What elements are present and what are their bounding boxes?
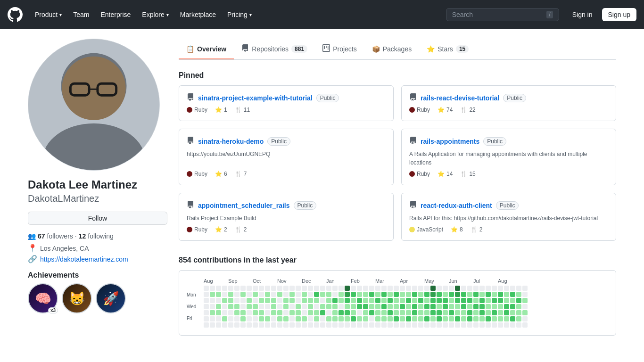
day-cell[interactable] <box>443 304 448 309</box>
day-cell[interactable] <box>332 310 338 315</box>
day-cell[interactable] <box>259 316 264 321</box>
day-cell[interactable] <box>418 310 423 315</box>
day-cell[interactable] <box>381 298 387 303</box>
day-cell[interactable] <box>498 292 503 297</box>
day-cell[interactable] <box>289 286 295 291</box>
day-cell[interactable] <box>216 316 221 321</box>
day-cell[interactable] <box>302 292 307 297</box>
day-cell[interactable] <box>271 286 276 291</box>
day-cell[interactable] <box>486 304 491 309</box>
day-cell[interactable] <box>400 292 405 297</box>
day-cell[interactable] <box>216 298 221 303</box>
day-cell[interactable] <box>222 304 227 309</box>
day-cell[interactable] <box>277 322 282 328</box>
day-cell[interactable] <box>449 298 454 303</box>
tab-repositories[interactable]: Repositories 881 <box>234 39 315 60</box>
tab-stars[interactable]: ⭐ Stars 15 <box>419 40 476 59</box>
day-cell[interactable] <box>247 304 252 309</box>
day-cell[interactable] <box>473 286 479 291</box>
day-cell[interactable] <box>320 322 325 328</box>
day-cell[interactable] <box>265 322 270 328</box>
day-cell[interactable] <box>522 298 528 303</box>
day-cell[interactable] <box>418 286 423 291</box>
day-cell[interactable] <box>247 286 252 291</box>
day-cell[interactable] <box>473 316 479 321</box>
day-cell[interactable] <box>406 316 411 321</box>
day-cell[interactable] <box>308 304 313 309</box>
nav-product[interactable]: Product ▾ <box>30 7 66 22</box>
day-cell[interactable] <box>253 292 258 297</box>
day-cell[interactable] <box>240 316 246 321</box>
day-cell[interactable] <box>320 286 325 291</box>
day-cell[interactable] <box>406 322 411 328</box>
day-cell[interactable] <box>302 304 307 309</box>
day-cell[interactable] <box>473 310 479 315</box>
repo-forks-1[interactable]: 🍴 11 <box>235 107 250 113</box>
day-cell[interactable] <box>424 316 429 321</box>
day-cell[interactable] <box>369 292 374 297</box>
day-cell[interactable] <box>228 298 233 303</box>
day-cell[interactable] <box>308 298 313 303</box>
day-cell[interactable] <box>504 310 509 315</box>
day-cell[interactable] <box>351 292 356 297</box>
day-cell[interactable] <box>302 310 307 315</box>
day-cell[interactable] <box>339 304 344 309</box>
achievement-badge-1[interactable]: 🧠 x3 <box>28 283 58 313</box>
day-cell[interactable] <box>332 292 338 297</box>
day-cell[interactable] <box>455 310 460 315</box>
day-cell[interactable] <box>222 316 227 321</box>
day-cell[interactable] <box>369 298 374 303</box>
day-cell[interactable] <box>357 316 362 321</box>
day-cell[interactable] <box>339 310 344 315</box>
day-cell[interactable] <box>302 316 307 321</box>
day-cell[interactable] <box>302 286 307 291</box>
day-cell[interactable] <box>259 298 264 303</box>
day-cell[interactable] <box>210 322 215 328</box>
day-cell[interactable] <box>345 316 350 321</box>
day-cell[interactable] <box>461 322 466 328</box>
day-cell[interactable] <box>326 292 331 297</box>
day-cell[interactable] <box>486 310 491 315</box>
day-cell[interactable] <box>504 298 509 303</box>
day-cell[interactable] <box>388 286 393 291</box>
day-cell[interactable] <box>253 304 258 309</box>
day-cell[interactable] <box>394 292 399 297</box>
day-cell[interactable] <box>228 316 233 321</box>
day-cell[interactable] <box>259 304 264 309</box>
day-cell[interactable] <box>467 286 472 291</box>
day-cell[interactable] <box>247 298 252 303</box>
day-cell[interactable] <box>394 286 399 291</box>
day-cell[interactable] <box>345 292 350 297</box>
day-cell[interactable] <box>443 292 448 297</box>
day-cell[interactable] <box>277 292 282 297</box>
day-cell[interactable] <box>467 298 472 303</box>
day-cell[interactable] <box>302 298 307 303</box>
day-cell[interactable] <box>265 304 270 309</box>
day-cell[interactable] <box>204 298 209 303</box>
day-cell[interactable] <box>430 316 436 321</box>
day-cell[interactable] <box>412 286 417 291</box>
day-cell[interactable] <box>449 304 454 309</box>
day-cell[interactable] <box>265 292 270 297</box>
day-cell[interactable] <box>443 316 448 321</box>
repo-name-2[interactable]: rails-react-devise-tutorial <box>421 94 499 102</box>
day-cell[interactable] <box>473 304 479 309</box>
day-cell[interactable] <box>314 310 319 315</box>
repo-name-1[interactable]: sinatra-project-example-with-tutorial <box>198 94 313 102</box>
day-cell[interactable] <box>498 310 503 315</box>
day-cell[interactable] <box>345 310 350 315</box>
day-cell[interactable] <box>516 322 521 328</box>
day-cell[interactable] <box>461 310 466 315</box>
day-cell[interactable] <box>296 310 301 315</box>
day-cell[interactable] <box>204 286 209 291</box>
day-cell[interactable] <box>283 304 289 309</box>
day-cell[interactable] <box>308 316 313 321</box>
day-cell[interactable] <box>314 322 319 328</box>
day-cell[interactable] <box>400 316 405 321</box>
day-cell[interactable] <box>455 292 460 297</box>
day-cell[interactable] <box>320 298 325 303</box>
day-cell[interactable] <box>510 304 515 309</box>
day-cell[interactable] <box>351 304 356 309</box>
search-box[interactable]: Search / <box>446 8 559 21</box>
day-cell[interactable] <box>332 316 338 321</box>
